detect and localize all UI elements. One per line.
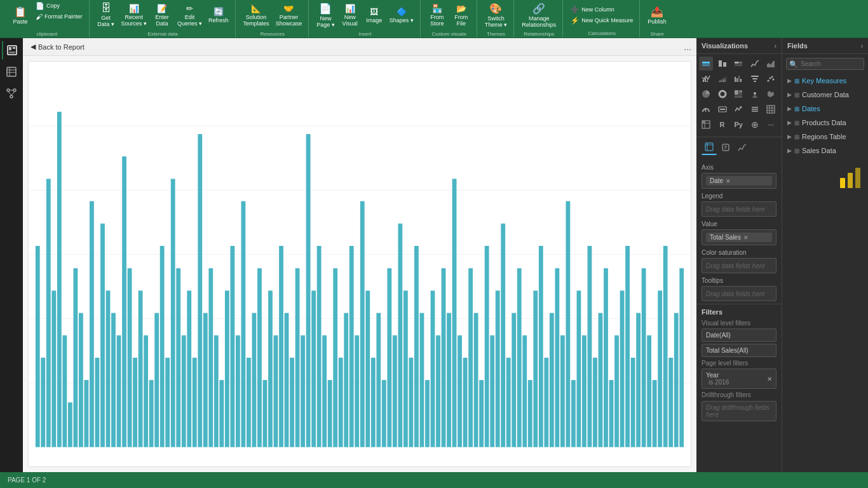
date-filter-tag[interactable]: Date(All) (702, 329, 776, 342)
manage-relationships-button[interactable]: 🔗 ManageRelationships (519, 1, 559, 29)
bar-chart-visual[interactable] (29, 62, 691, 466)
svg-point-9 (13, 89, 16, 92)
publish-button[interactable]: 📤 Publish (645, 1, 669, 29)
kpi-icon[interactable] (731, 102, 745, 116)
image-button[interactable]: 🖼 Image (363, 1, 386, 29)
ribbon-chart-icon[interactable] (715, 72, 729, 86)
custom-visuals-label: Custom visuals (432, 31, 466, 37)
r-visual-icon[interactable]: R (715, 118, 729, 132)
more-visuals-icon[interactable]: ⊕ (748, 118, 762, 132)
new-quick-measure-button[interactable]: ⚡ New Quick Measure (568, 16, 635, 25)
refresh-button[interactable]: 🔄 Refresh (206, 1, 231, 29)
report-view-button[interactable] (2, 41, 21, 60)
legend-well[interactable]: Drag data fields here (702, 201, 776, 217)
funnel-icon[interactable] (748, 72, 762, 86)
viz-panel-expand[interactable]: › (775, 43, 776, 50)
table-viz-icon[interactable] (764, 102, 778, 116)
value-tag: Total Sales ✕ (706, 233, 772, 242)
donut-chart-icon[interactable] (715, 87, 729, 101)
color-sat-well[interactable]: Drag data fields here (702, 258, 776, 273)
map-icon[interactable] (748, 87, 762, 101)
partner-showcase-button[interactable]: 🤝 PartnerShowcase (273, 1, 305, 29)
year-filter-tag[interactable]: Year is 2016 ✕ (702, 369, 776, 389)
ribbon-group-clipboard: 📋 Paste 📄 Copy 🖌 Format Painter clipboar… (5, 0, 90, 37)
line-chart-icon[interactable] (748, 57, 762, 71)
slicer-icon[interactable] (748, 102, 762, 116)
clipboard-label: clipboard (37, 31, 57, 37)
fields-panel-header: Fields › (782, 38, 868, 54)
axis-well[interactable]: Date ✕ (702, 173, 776, 189)
svg-rect-76 (344, 313, 348, 447)
new-page-button[interactable]: 📄 NewPage ▾ (314, 1, 337, 29)
from-file-button[interactable]: 📂 FromFile (450, 1, 473, 29)
chart-container[interactable] (28, 61, 691, 467)
new-column-button[interactable]: ➕ New Column (568, 5, 635, 15)
svg-rect-23 (57, 112, 62, 447)
area-chart-icon[interactable] (764, 57, 778, 71)
pie-chart-icon[interactable] (699, 87, 713, 101)
switch-theme-button[interactable]: 🎨 SwitchTheme ▾ (482, 1, 510, 29)
sales-data-header[interactable]: ▶ ⊞ Sales Data (782, 145, 868, 156)
total-sales-filter-tag[interactable]: Total Sales(All) (702, 344, 776, 357)
ribbon-group-external-data: 🗄 GetData ▾ 📊 RecentSources ▾ 📝 EnterDat… (91, 0, 236, 37)
fields-tab[interactable] (702, 140, 717, 155)
key-measures-header[interactable]: ▶ ⊞ Key Measures (782, 75, 868, 86)
model-view-button[interactable] (2, 84, 21, 103)
edit-queries-button[interactable]: ✏ EditQueries ▾ (175, 1, 205, 29)
python-icon[interactable]: Py (731, 118, 745, 132)
svg-rect-124 (604, 268, 608, 447)
new-quick-measure-icon: ⚡ (571, 17, 580, 25)
svg-rect-174 (767, 105, 775, 113)
dots-more-icon[interactable]: ··· (764, 118, 778, 132)
paste-button[interactable]: 📋 Paste (9, 1, 32, 29)
viz-well-tabs (696, 137, 782, 158)
copy-button[interactable]: 📄 Copy (33, 1, 85, 11)
fields-panel-expand[interactable]: › (861, 43, 863, 50)
recent-sources-button[interactable]: 📊 RecentSources ▾ (119, 1, 150, 29)
value-well[interactable]: Total Sales ✕ (702, 229, 776, 245)
svg-rect-1 (9, 47, 11, 50)
tooltips-well[interactable]: Drag data fields here (702, 286, 776, 301)
drillthrough-well[interactable]: Drag drillthrough fields here (702, 401, 776, 421)
back-to-report-button[interactable]: ◀ Back to Report (31, 43, 85, 51)
fields-search-icon: 🔍 (789, 60, 798, 68)
treemap-icon[interactable] (731, 87, 745, 101)
format-tab[interactable] (718, 140, 733, 155)
customer-data-header[interactable]: ▶ ⊞ Customer Data (782, 89, 868, 100)
100pct-stacked-bar-icon[interactable] (731, 57, 745, 71)
field-group-customer-data: ▶ ⊞ Customer Data (782, 88, 868, 102)
more-options-button[interactable]: ... (684, 42, 691, 52)
card-icon[interactable] (715, 102, 729, 116)
products-data-chevron: ▶ (787, 119, 792, 126)
gauge-icon[interactable] (699, 102, 713, 116)
svg-rect-74 (333, 268, 337, 447)
fields-search-container: 🔍 (786, 58, 864, 70)
svg-rect-80 (365, 290, 370, 447)
get-data-button[interactable]: 🗄 GetData ▾ (95, 1, 118, 29)
scatter-icon[interactable] (764, 72, 778, 86)
from-store-button[interactable]: 🏪 FromStore (426, 1, 449, 29)
manage-relationships-icon: 🔗 (532, 3, 545, 15)
products-data-header[interactable]: ▶ ⊞ Products Data (782, 117, 868, 128)
solution-templates-button[interactable]: 📐 SolutionTemplates (241, 1, 272, 29)
regions-table-header[interactable]: ▶ ⊞ Regions Table (782, 131, 868, 142)
line-clustered-icon[interactable] (699, 72, 713, 86)
waterfall-icon[interactable] (731, 72, 745, 86)
dates-header[interactable]: ▶ ⊞ Dates (782, 103, 868, 114)
axis-remove-button[interactable]: ✕ (726, 178, 731, 184)
get-data-icon: 🗄 (101, 3, 111, 14)
format-painter-button[interactable]: 🖌 Format Painter (33, 12, 85, 21)
year-filter-remove[interactable]: ✕ (767, 376, 772, 383)
clustered-bar-icon[interactable] (715, 57, 729, 71)
svg-rect-22 (51, 290, 56, 447)
matrix-icon[interactable] (699, 118, 713, 132)
new-visual-button[interactable]: 📊 NewVisual (339, 1, 362, 29)
enter-data-button[interactable]: 📝 EnterData (151, 1, 173, 29)
stacked-bar-icon[interactable] (699, 57, 713, 71)
svg-rect-104 (496, 290, 500, 447)
analytics-tab[interactable] (735, 140, 750, 155)
shapes-button[interactable]: 🔷 Shapes ▾ (387, 1, 416, 29)
value-remove-button[interactable]: ✕ (743, 234, 749, 241)
data-view-button[interactable] (2, 62, 21, 81)
filled-map-icon[interactable] (764, 87, 778, 101)
